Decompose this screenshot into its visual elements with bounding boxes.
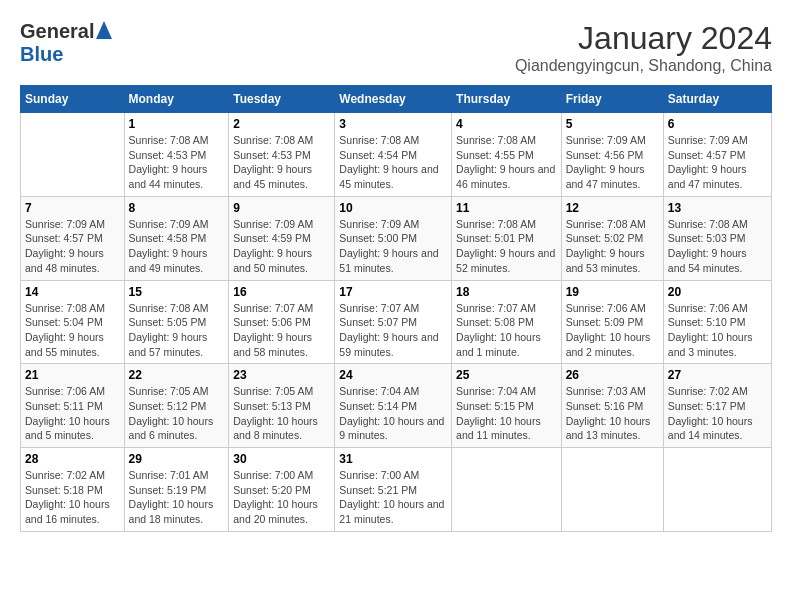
day-number: 12	[566, 201, 659, 215]
logo: General Blue	[20, 20, 112, 66]
calendar-cell: 10Sunrise: 7:09 AMSunset: 5:00 PMDayligh…	[335, 196, 452, 280]
calendar-cell: 20Sunrise: 7:06 AMSunset: 5:10 PMDayligh…	[663, 280, 771, 364]
calendar-cell: 24Sunrise: 7:04 AMSunset: 5:14 PMDayligh…	[335, 364, 452, 448]
calendar-cell: 31Sunrise: 7:00 AMSunset: 5:21 PMDayligh…	[335, 448, 452, 532]
day-number: 19	[566, 285, 659, 299]
calendar-cell: 2Sunrise: 7:08 AMSunset: 4:53 PMDaylight…	[229, 113, 335, 197]
day-info: Sunrise: 7:05 AMSunset: 5:12 PMDaylight:…	[129, 384, 225, 443]
day-number: 25	[456, 368, 557, 382]
day-number: 18	[456, 285, 557, 299]
day-number: 24	[339, 368, 447, 382]
day-info: Sunrise: 7:09 AMSunset: 4:56 PMDaylight:…	[566, 133, 659, 192]
day-number: 30	[233, 452, 330, 466]
day-number: 10	[339, 201, 447, 215]
day-number: 21	[25, 368, 120, 382]
day-info: Sunrise: 7:07 AMSunset: 5:07 PMDaylight:…	[339, 301, 447, 360]
day-info: Sunrise: 7:08 AMSunset: 4:53 PMDaylight:…	[233, 133, 330, 192]
calendar-cell: 5Sunrise: 7:09 AMSunset: 4:56 PMDaylight…	[561, 113, 663, 197]
day-info: Sunrise: 7:00 AMSunset: 5:20 PMDaylight:…	[233, 468, 330, 527]
calendar-cell	[561, 448, 663, 532]
day-number: 3	[339, 117, 447, 131]
day-info: Sunrise: 7:04 AMSunset: 5:15 PMDaylight:…	[456, 384, 557, 443]
calendar-cell: 6Sunrise: 7:09 AMSunset: 4:57 PMDaylight…	[663, 113, 771, 197]
day-number: 29	[129, 452, 225, 466]
day-info: Sunrise: 7:09 AMSunset: 4:59 PMDaylight:…	[233, 217, 330, 276]
day-info: Sunrise: 7:02 AMSunset: 5:17 PMDaylight:…	[668, 384, 767, 443]
weekday-header-wednesday: Wednesday	[335, 86, 452, 113]
day-info: Sunrise: 7:07 AMSunset: 5:06 PMDaylight:…	[233, 301, 330, 360]
day-number: 9	[233, 201, 330, 215]
calendar-cell: 29Sunrise: 7:01 AMSunset: 5:19 PMDayligh…	[124, 448, 229, 532]
weekday-header-thursday: Thursday	[452, 86, 562, 113]
day-number: 31	[339, 452, 447, 466]
day-info: Sunrise: 7:06 AMSunset: 5:10 PMDaylight:…	[668, 301, 767, 360]
day-info: Sunrise: 7:06 AMSunset: 5:09 PMDaylight:…	[566, 301, 659, 360]
day-number: 2	[233, 117, 330, 131]
day-number: 23	[233, 368, 330, 382]
calendar-cell: 23Sunrise: 7:05 AMSunset: 5:13 PMDayligh…	[229, 364, 335, 448]
day-number: 20	[668, 285, 767, 299]
page-title: January 2024	[515, 20, 772, 57]
day-info: Sunrise: 7:08 AMSunset: 5:04 PMDaylight:…	[25, 301, 120, 360]
day-number: 13	[668, 201, 767, 215]
day-info: Sunrise: 7:08 AMSunset: 5:03 PMDaylight:…	[668, 217, 767, 276]
calendar-cell: 12Sunrise: 7:08 AMSunset: 5:02 PMDayligh…	[561, 196, 663, 280]
day-info: Sunrise: 7:03 AMSunset: 5:16 PMDaylight:…	[566, 384, 659, 443]
calendar-cell: 18Sunrise: 7:07 AMSunset: 5:08 PMDayligh…	[452, 280, 562, 364]
calendar-cell: 28Sunrise: 7:02 AMSunset: 5:18 PMDayligh…	[21, 448, 125, 532]
day-number: 27	[668, 368, 767, 382]
day-number: 17	[339, 285, 447, 299]
weekday-header-friday: Friday	[561, 86, 663, 113]
title-block: January 2024 Qiandengyingcun, Shandong, …	[515, 20, 772, 75]
day-number: 6	[668, 117, 767, 131]
day-number: 15	[129, 285, 225, 299]
day-number: 16	[233, 285, 330, 299]
calendar-cell: 11Sunrise: 7:08 AMSunset: 5:01 PMDayligh…	[452, 196, 562, 280]
day-info: Sunrise: 7:08 AMSunset: 5:01 PMDaylight:…	[456, 217, 557, 276]
calendar-cell	[21, 113, 125, 197]
day-info: Sunrise: 7:06 AMSunset: 5:11 PMDaylight:…	[25, 384, 120, 443]
day-info: Sunrise: 7:08 AMSunset: 4:55 PMDaylight:…	[456, 133, 557, 192]
day-info: Sunrise: 7:09 AMSunset: 4:57 PMDaylight:…	[668, 133, 767, 192]
day-number: 8	[129, 201, 225, 215]
calendar-cell: 4Sunrise: 7:08 AMSunset: 4:55 PMDaylight…	[452, 113, 562, 197]
calendar-week-2: 7Sunrise: 7:09 AMSunset: 4:57 PMDaylight…	[21, 196, 772, 280]
calendar-cell: 13Sunrise: 7:08 AMSunset: 5:03 PMDayligh…	[663, 196, 771, 280]
calendar-cell: 19Sunrise: 7:06 AMSunset: 5:09 PMDayligh…	[561, 280, 663, 364]
calendar-cell: 22Sunrise: 7:05 AMSunset: 5:12 PMDayligh…	[124, 364, 229, 448]
calendar-cell: 25Sunrise: 7:04 AMSunset: 5:15 PMDayligh…	[452, 364, 562, 448]
calendar-week-4: 21Sunrise: 7:06 AMSunset: 5:11 PMDayligh…	[21, 364, 772, 448]
page-header: General Blue January 2024 Qiandengyingcu…	[20, 20, 772, 75]
day-number: 22	[129, 368, 225, 382]
day-number: 28	[25, 452, 120, 466]
weekday-header-row: SundayMondayTuesdayWednesdayThursdayFrid…	[21, 86, 772, 113]
calendar-cell: 14Sunrise: 7:08 AMSunset: 5:04 PMDayligh…	[21, 280, 125, 364]
weekday-header-monday: Monday	[124, 86, 229, 113]
day-number: 11	[456, 201, 557, 215]
calendar-week-3: 14Sunrise: 7:08 AMSunset: 5:04 PMDayligh…	[21, 280, 772, 364]
calendar-cell	[663, 448, 771, 532]
day-info: Sunrise: 7:08 AMSunset: 4:54 PMDaylight:…	[339, 133, 447, 192]
day-number: 1	[129, 117, 225, 131]
day-info: Sunrise: 7:09 AMSunset: 4:57 PMDaylight:…	[25, 217, 120, 276]
calendar-cell: 1Sunrise: 7:08 AMSunset: 4:53 PMDaylight…	[124, 113, 229, 197]
calendar-table: SundayMondayTuesdayWednesdayThursdayFrid…	[20, 85, 772, 532]
day-info: Sunrise: 7:09 AMSunset: 4:58 PMDaylight:…	[129, 217, 225, 276]
weekday-header-tuesday: Tuesday	[229, 86, 335, 113]
svg-marker-0	[96, 21, 112, 39]
logo-icon	[96, 21, 112, 43]
calendar-week-5: 28Sunrise: 7:02 AMSunset: 5:18 PMDayligh…	[21, 448, 772, 532]
weekday-header-saturday: Saturday	[663, 86, 771, 113]
calendar-cell: 27Sunrise: 7:02 AMSunset: 5:17 PMDayligh…	[663, 364, 771, 448]
day-info: Sunrise: 7:08 AMSunset: 4:53 PMDaylight:…	[129, 133, 225, 192]
logo-general-text: General	[20, 20, 94, 43]
calendar-cell: 21Sunrise: 7:06 AMSunset: 5:11 PMDayligh…	[21, 364, 125, 448]
day-number: 5	[566, 117, 659, 131]
weekday-header-sunday: Sunday	[21, 86, 125, 113]
logo-blue-text: Blue	[20, 43, 63, 65]
calendar-cell: 7Sunrise: 7:09 AMSunset: 4:57 PMDaylight…	[21, 196, 125, 280]
page-subtitle: Qiandengyingcun, Shandong, China	[515, 57, 772, 75]
calendar-cell: 3Sunrise: 7:08 AMSunset: 4:54 PMDaylight…	[335, 113, 452, 197]
day-info: Sunrise: 7:09 AMSunset: 5:00 PMDaylight:…	[339, 217, 447, 276]
day-info: Sunrise: 7:01 AMSunset: 5:19 PMDaylight:…	[129, 468, 225, 527]
